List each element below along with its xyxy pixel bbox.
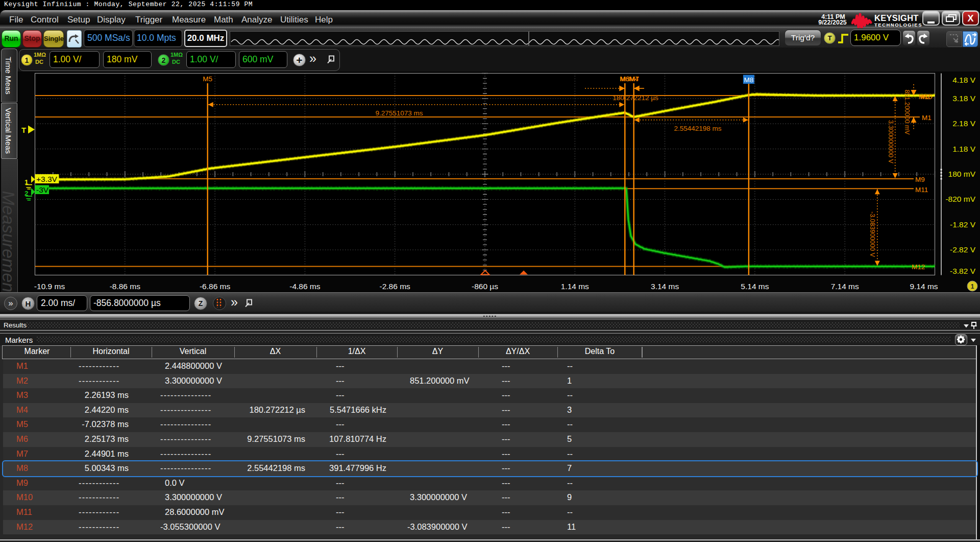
svg-text:-3V: -3V — [36, 185, 49, 194]
svg-text:180.272212 µs: 180.272212 µs — [612, 94, 658, 102]
svg-text:3.14 ms: 3.14 ms — [651, 282, 679, 291]
svg-text:1.18 V: 1.18 V — [952, 145, 975, 153]
svg-text:1.14 ms: 1.14 ms — [561, 282, 589, 291]
svg-text:M12: M12 — [912, 263, 925, 271]
svg-text:3.300000000 V: 3.300000000 V — [887, 120, 894, 163]
svg-text:-2.86 ms: -2.86 ms — [380, 282, 411, 291]
svg-text:3.18 V: 3.18 V — [952, 94, 975, 103]
svg-text:-2.82 V: -2.82 V — [950, 245, 976, 254]
svg-text:M11: M11 — [915, 186, 928, 194]
svg-text:M1: M1 — [922, 114, 932, 122]
svg-text:-8.86 ms: -8.86 ms — [110, 282, 141, 291]
svg-text:-6.86 ms: -6.86 ms — [200, 282, 231, 291]
svg-text:M8: M8 — [744, 76, 754, 84]
svg-text:-860 µs: -860 µs — [472, 282, 498, 291]
svg-text:4.18 V: 4.18 V — [952, 76, 975, 84]
svg-text:9.14 ms: 9.14 ms — [910, 282, 938, 291]
svg-text:9.27551073 ms: 9.27551073 ms — [375, 109, 423, 117]
svg-text:-10.9 ms: -10.9 ms — [34, 282, 65, 291]
svg-text:7.14 ms: 7.14 ms — [831, 282, 859, 291]
svg-text:851.200000 mV: 851.200000 mV — [903, 89, 911, 135]
svg-text:180 mV: 180 mV — [948, 170, 976, 178]
svg-text:-3.083900000 V: -3.083900000 V — [869, 211, 876, 257]
svg-text:M7: M7 — [629, 75, 639, 83]
svg-text:-820 mV: -820 mV — [945, 195, 975, 203]
svg-text:2.55442198 ms: 2.55442198 ms — [674, 125, 721, 132]
svg-text:1: 1 — [971, 283, 974, 290]
svg-text:-3.82 V: -3.82 V — [950, 267, 976, 275]
svg-text:M9: M9 — [915, 176, 925, 183]
svg-text:M2: M2 — [921, 93, 930, 101]
svg-text:M6: M6 — [620, 75, 629, 83]
svg-text:-4.86 ms: -4.86 ms — [289, 282, 321, 291]
svg-text:-1.82 V: -1.82 V — [950, 220, 976, 229]
svg-text:M5: M5 — [203, 75, 212, 83]
svg-text:5.14 ms: 5.14 ms — [741, 282, 769, 291]
svg-text:T: T — [21, 126, 26, 134]
svg-text:2.18 V: 2.18 V — [952, 119, 975, 128]
svg-text:+3.3V: +3.3V — [36, 175, 58, 183]
